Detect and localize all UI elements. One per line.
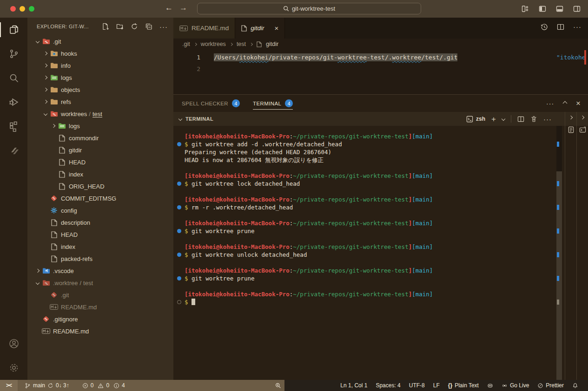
tree-item[interactable]: hooks <box>27 47 173 59</box>
activity-search[interactable] <box>0 66 27 90</box>
close-tab-icon[interactable]: × <box>275 24 279 32</box>
notifications-status[interactable] <box>568 380 582 391</box>
tree-item[interactable]: .worktree/test <box>27 277 173 289</box>
tree-item[interactable]: COMMIT_EDITMSG <box>27 192 173 204</box>
activity-explorer[interactable] <box>0 18 27 42</box>
tab-gitdir[interactable]: gitdir × <box>235 18 285 39</box>
tab-readme[interactable]: README.md <box>173 18 235 39</box>
terminal-output[interactable]: [itokohei@koheiito-MacBook-Pro:~/private… <box>173 126 556 380</box>
terminal-prompt-line: [itokohei@koheiito-MacBook-Pro:~/private… <box>185 172 556 180</box>
breadcrumb-item[interactable]: .git <box>182 41 190 47</box>
language-mode-status[interactable]: {} Plain Text <box>444 380 483 391</box>
remote-indicator[interactable]: >< <box>0 380 18 391</box>
tree-item[interactable]: index <box>27 168 173 180</box>
editor-code-area[interactable]: 1 2 /Users/itokohei/private-repos/git-wo… <box>173 50 588 94</box>
tree-item[interactable]: info <box>27 59 173 72</box>
timeline-icon[interactable] <box>541 23 548 31</box>
go-live-status[interactable]: Go Live <box>497 380 533 391</box>
collapse-all-icon[interactable] <box>145 23 152 30</box>
panel-more-actions-icon[interactable]: ··· <box>546 100 554 107</box>
tree-item[interactable]: refs <box>27 96 173 108</box>
toggle-secondary-sidebar-icon[interactable] <box>573 5 581 13</box>
indentation-status[interactable]: Spaces: 4 <box>371 380 404 391</box>
terminal-more-actions-icon[interactable]: ··· <box>543 115 552 123</box>
maximize-window-button[interactable] <box>29 6 34 12</box>
panel-tab-terminal[interactable]: TERMINAL 4 <box>253 95 293 112</box>
tree-item[interactable]: index <box>27 241 173 253</box>
tree-item[interactable]: commondir <box>27 132 173 144</box>
tree-item[interactable]: objects <box>27 84 173 96</box>
activity-run-debug[interactable] <box>0 90 27 114</box>
tree-item[interactable]: config <box>27 204 173 216</box>
tree-item[interactable]: worktrees/test <box>27 108 173 120</box>
shell-indicator[interactable]: zsh <box>466 116 485 123</box>
more-actions-icon[interactable]: ··· <box>159 23 168 31</box>
gear-icon <box>8 362 20 373</box>
activity-source-control[interactable] <box>0 42 27 66</box>
command-center-search[interactable]: git-worktree-test <box>197 3 421 14</box>
back-button[interactable]: ← <box>165 3 173 13</box>
maximize-panel-icon[interactable] <box>563 101 568 106</box>
scrollbar-command-mark <box>557 252 559 257</box>
close-window-button[interactable] <box>10 6 16 12</box>
cursor-position-status[interactable]: Ln 1, Col 1 <box>336 380 371 391</box>
prettier-status[interactable]: Prettier <box>533 380 568 391</box>
breadcrumb-item[interactable]: gitdir <box>266 41 278 47</box>
terminal-scrollbar[interactable] <box>556 126 562 380</box>
more-actions-icon[interactable]: ··· <box>573 23 581 31</box>
command-decoration-icon[interactable] <box>177 205 181 209</box>
tree-item[interactable]: ORIG_HEAD <box>27 180 173 192</box>
tree-item[interactable]: gitdir <box>27 144 173 156</box>
tree-item[interactable]: HEAD <box>27 228 173 241</box>
forward-button[interactable]: → <box>179 3 187 13</box>
activity-settings[interactable] <box>0 356 27 380</box>
tree-item[interactable]: README.md <box>27 301 173 313</box>
branch-status[interactable]: main 0↓ 3↑ <box>21 380 73 391</box>
chevron-down-icon[interactable] <box>178 117 182 121</box>
command-decoration-icon[interactable] <box>177 253 181 257</box>
new-folder-icon[interactable] <box>116 23 124 30</box>
refresh-icon[interactable] <box>131 23 138 30</box>
toggle-primary-sidebar-icon[interactable] <box>539 5 546 13</box>
terminal-tab-entry[interactable] <box>576 112 588 380</box>
minimize-window-button[interactable] <box>20 6 25 12</box>
tree-item[interactable]: .git <box>27 35 173 47</box>
activity-accounts[interactable] <box>0 332 27 356</box>
tree-item[interactable]: description <box>27 216 173 228</box>
kill-terminal-icon[interactable] <box>530 116 537 123</box>
zoom-status-icon[interactable] <box>272 380 284 391</box>
tree-item[interactable]: README.md <box>27 325 173 337</box>
split-terminal-icon[interactable] <box>517 116 524 123</box>
command-decoration-icon[interactable] <box>177 300 181 304</box>
panel-tab-spell-checker[interactable]: SPELL CHECKER 4 <box>182 95 240 112</box>
tree-item[interactable]: logs <box>27 120 173 132</box>
launch-profile-dropdown-icon[interactable] <box>502 117 505 121</box>
close-panel-icon[interactable]: × <box>576 99 581 108</box>
encoding-status[interactable]: UTF-8 <box>405 380 429 391</box>
new-terminal-icon[interactable]: + <box>491 115 496 123</box>
problems-status[interactable]: 0 0 4 <box>79 380 128 391</box>
eol-status[interactable]: LF <box>429 380 444 391</box>
terminal-tab-entry[interactable] <box>565 112 576 380</box>
split-editor-icon[interactable] <box>557 23 564 31</box>
toggle-panel-icon[interactable] <box>556 5 563 13</box>
command-text: git worktree prune <box>192 275 254 282</box>
tree-item[interactable]: HEAD <box>27 156 173 168</box>
command-decoration-icon[interactable] <box>177 229 181 233</box>
breadcrumb-item[interactable]: test <box>237 41 246 47</box>
command-decoration-icon[interactable] <box>177 142 181 146</box>
tree-item[interactable]: packed-refs <box>27 253 173 265</box>
tree-item[interactable]: logs <box>27 72 173 84</box>
new-file-icon[interactable] <box>102 23 109 30</box>
activity-extensions[interactable] <box>0 114 27 138</box>
activity-custom-extension[interactable] <box>0 138 27 163</box>
tree-item[interactable]: .git <box>27 289 173 301</box>
prompt-symbol: $ <box>185 204 192 211</box>
tree-item[interactable]: .gitignore <box>27 313 173 325</box>
breadcrumb-item[interactable]: worktrees <box>201 41 226 47</box>
copilot-status[interactable] <box>483 380 497 391</box>
customize-layout-icon[interactable] <box>522 5 529 13</box>
command-decoration-icon[interactable] <box>177 276 181 280</box>
command-decoration-icon[interactable] <box>177 182 181 186</box>
tree-item[interactable]: .vscode <box>27 265 173 277</box>
